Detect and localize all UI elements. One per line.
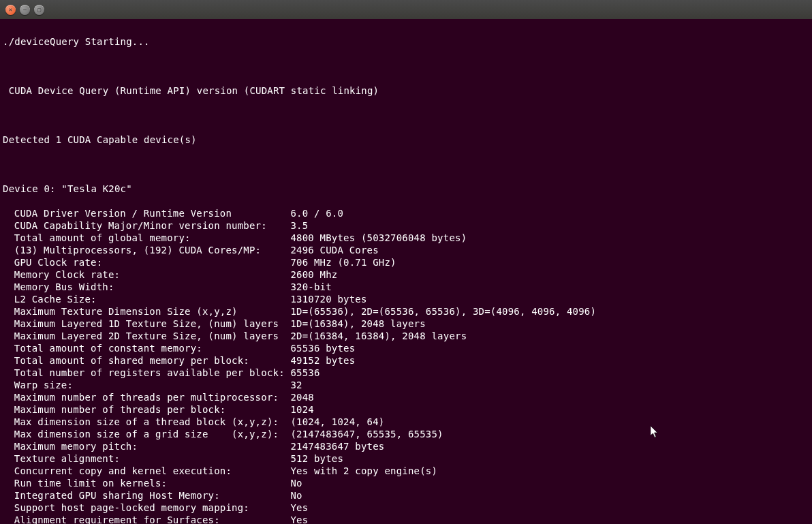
device-property-row: Maximum Layered 2D Texture Size, (num) l… (3, 330, 809, 342)
device-property-row: Max dimension size of a thread block (x,… (3, 416, 809, 428)
maximize-icon[interactable]: ▢ (34, 5, 44, 15)
window-button-group: ✕ − ▢ (5, 5, 44, 15)
property-value: (2147483647, 65535, 65535) (290, 428, 443, 440)
property-label: Total amount of global memory: (14, 232, 291, 244)
window-titlebar[interactable]: ✕ − ▢ (0, 0, 812, 19)
property-label: Memory Bus Width: (14, 281, 291, 293)
line-detected: Detected 1 CUDA Capable device(s) (3, 134, 809, 146)
device-property-row: Memory Bus Width: 320-bit (3, 281, 809, 293)
property-label: Integrated GPU sharing Host Memory: (14, 489, 291, 502)
property-value: Yes (290, 502, 308, 514)
property-value: 1024 (290, 403, 314, 416)
device-property-row: L2 Cache Size: 1310720 bytes (3, 293, 809, 305)
property-label: Run time limit on kernels: (14, 477, 291, 489)
device-property-row: GPU Clock rate: 706 MHz (0.71 GHz) (3, 256, 809, 268)
property-value: 2147483647 bytes (290, 440, 384, 452)
property-value: 4800 MBytes (5032706048 bytes) (290, 232, 467, 244)
property-value: 1D=(16384), 2048 layers (290, 318, 425, 330)
device-property-row: Run time limit on kernels: No (3, 477, 809, 489)
property-label: Maximum number of threads per multiproce… (14, 391, 291, 403)
property-value: No (290, 489, 302, 502)
device-property-row: Memory Clock rate: 2600 Mhz (3, 268, 809, 281)
property-value: 2496 CUDA Cores (290, 244, 378, 256)
property-value: 32 (290, 379, 302, 391)
blank-line (3, 158, 809, 170)
property-value: 3.5 (290, 219, 308, 232)
device-property-row: Total number of registers available per … (3, 367, 809, 379)
device-property-row: Texture alignment: 512 bytes (3, 452, 809, 465)
device-property-row: CUDA Capability Major/Minor version numb… (3, 219, 809, 232)
property-label: Memory Clock rate: (14, 268, 291, 281)
property-value: 2048 (290, 391, 314, 403)
property-value: 1310720 bytes (290, 293, 366, 305)
device-property-row: Maximum Layered 1D Texture Size, (num) l… (3, 318, 809, 330)
close-icon[interactable]: ✕ (5, 5, 16, 15)
property-label: Texture alignment: (14, 452, 291, 465)
property-label: CUDA Capability Major/Minor version numb… (14, 219, 291, 232)
property-label: Total number of registers available per … (14, 367, 291, 379)
property-label: Maximum Layered 1D Texture Size, (num) l… (14, 318, 291, 330)
device-property-row: Warp size: 32 (3, 379, 809, 391)
device-properties: CUDA Driver Version / Runtime Version 6.… (3, 207, 809, 524)
device-property-row: Alignment requirement for Surfaces: Yes (3, 514, 809, 524)
property-label: L2 Cache Size: (14, 293, 291, 305)
property-label: Alignment requirement for Surfaces: (14, 514, 291, 524)
property-value: 706 MHz (0.71 GHz) (290, 256, 396, 268)
property-value: 1D=(65536), 2D=(65536, 65536), 3D=(4096,… (290, 305, 596, 318)
device-property-row: Max dimension size of a grid size (x,y,z… (3, 428, 809, 440)
property-value: 65536 (290, 367, 319, 379)
line-api: CUDA Device Query (Runtime API) version … (3, 84, 809, 97)
property-label: Max dimension size of a grid size (x,y,z… (14, 428, 291, 440)
device-property-row: Support host page-locked memory mapping:… (3, 502, 809, 514)
property-label: Support host page-locked memory mapping: (14, 502, 291, 514)
line-device-header: Device 0: "Tesla K20c" (3, 183, 809, 195)
device-property-row: CUDA Driver Version / Runtime Version 6.… (3, 207, 809, 219)
minimize-icon[interactable]: − (20, 5, 30, 15)
device-property-row: Total amount of constant memory: 65536 b… (3, 342, 809, 354)
property-value: 6.0 / 6.0 (290, 207, 343, 219)
property-label: Maximum Layered 2D Texture Size, (num) l… (14, 330, 291, 342)
device-property-row: (13) Multiprocessors, (192) CUDA Cores/M… (3, 244, 809, 256)
property-label: Total amount of constant memory: (14, 342, 291, 354)
property-label: Total amount of shared memory per block: (14, 354, 291, 367)
property-value: (1024, 1024, 64) (290, 416, 384, 428)
property-value: 65536 bytes (290, 342, 355, 354)
device-property-row: Maximum Texture Dimension Size (x,y,z) 1… (3, 305, 809, 318)
property-value: Yes (290, 514, 308, 524)
device-property-row: Maximum number of threads per block: 102… (3, 403, 809, 416)
device-property-row: Integrated GPU sharing Host Memory: No (3, 489, 809, 502)
device-property-row: Total amount of shared memory per block:… (3, 354, 809, 367)
blank-line (3, 109, 809, 121)
device-property-row: Total amount of global memory: 4800 MByt… (3, 232, 809, 244)
device-property-row: Maximum memory pitch: 2147483647 bytes (3, 440, 809, 452)
property-value: 49152 bytes (290, 354, 355, 367)
terminal-output[interactable]: ./deviceQuery Starting... CUDA Device Qu… (0, 19, 812, 524)
property-label: Maximum Texture Dimension Size (x,y,z) (14, 305, 291, 318)
property-value: 2D=(16384, 16384), 2048 layers (290, 330, 467, 342)
device-property-row: Concurrent copy and kernel execution: Ye… (3, 465, 809, 477)
property-value: 2600 Mhz (290, 268, 337, 281)
property-label: Maximum number of threads per block: (14, 403, 291, 416)
property-label: GPU Clock rate: (14, 256, 291, 268)
property-value: 320-bit (290, 281, 331, 293)
property-label: Warp size: (14, 379, 291, 391)
property-label: Maximum memory pitch: (14, 440, 291, 452)
property-value: 512 bytes (290, 452, 343, 465)
property-label: Max dimension size of a thread block (x,… (14, 416, 291, 428)
property-value: Yes with 2 copy engine(s) (290, 465, 437, 477)
property-value: No (290, 477, 302, 489)
device-property-row: Maximum number of threads per multiproce… (3, 391, 809, 403)
property-label: CUDA Driver Version / Runtime Version (14, 207, 291, 219)
line-starting: ./deviceQuery Starting... (3, 35, 809, 48)
property-label: (13) Multiprocessors, (192) CUDA Cores/M… (14, 244, 291, 256)
property-label: Concurrent copy and kernel execution: (14, 465, 291, 477)
blank-line (3, 60, 809, 72)
